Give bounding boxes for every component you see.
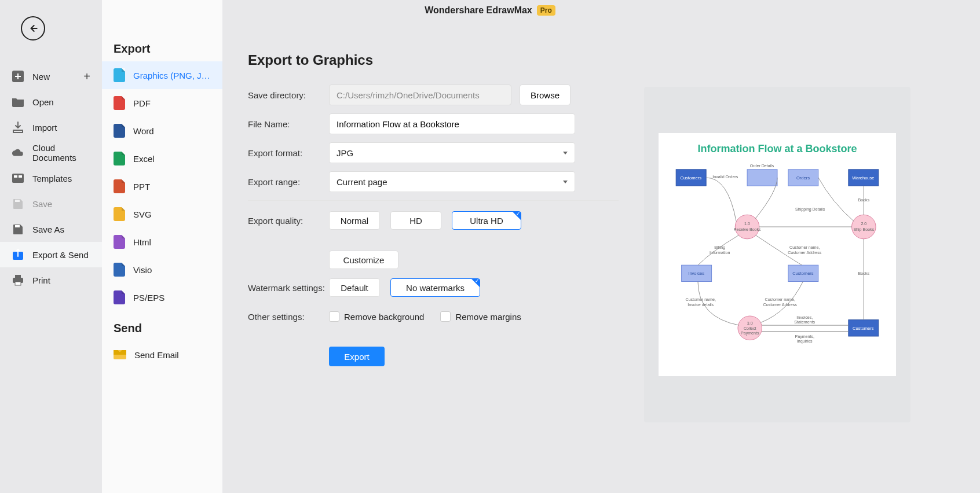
svg-text:Order Details: Order Details xyxy=(750,164,774,168)
divider xyxy=(248,200,619,201)
format-label: SVG xyxy=(133,209,152,219)
svg-text:Orders: Orders xyxy=(796,175,810,181)
export-settings: Export to Graphics Save directory: Brows… xyxy=(248,52,619,366)
export-format-html[interactable]: Html xyxy=(102,228,222,256)
svg-text:3.0: 3.0 xyxy=(747,322,753,326)
nav-print[interactable]: Print xyxy=(0,267,102,293)
format-label: PDF xyxy=(133,98,151,108)
watermark-none[interactable]: No watermarks xyxy=(390,278,480,297)
app-name: Wondershare EdrawMax xyxy=(425,5,532,16)
save-icon xyxy=(12,197,24,210)
export-quality-label: Export quality: xyxy=(248,211,329,226)
browse-button[interactable]: Browse xyxy=(520,84,571,105)
print-icon xyxy=(12,274,24,286)
export-format-pdf[interactable]: PDF xyxy=(102,89,222,117)
svg-text:Shipping Details: Shipping Details xyxy=(795,207,825,212)
preview-diagram: Customers Order Details Orders Warehouse… xyxy=(668,156,887,358)
select-value: JPG xyxy=(337,148,353,158)
svg-rect-5 xyxy=(15,225,20,227)
checkbox-icon xyxy=(329,311,339,322)
export-format-label: Export format: xyxy=(248,148,329,158)
svg-text:Payments,: Payments, xyxy=(795,334,814,339)
file-icon xyxy=(114,179,125,193)
svg-text:Invoice details: Invoice details xyxy=(688,303,714,307)
quality-normal[interactable]: Normal xyxy=(329,211,380,230)
save-as-icon xyxy=(12,223,24,236)
export-range-select[interactable]: Current page xyxy=(329,171,575,192)
svg-text:Invalid Orders: Invalid Orders xyxy=(712,175,738,179)
nav-label: Import xyxy=(32,123,57,133)
page-title: Export to Graphics xyxy=(248,52,619,68)
checkbox-label: Remove background xyxy=(344,312,424,322)
file-icon xyxy=(114,152,125,165)
remove-background-checkbox[interactable]: Remove background xyxy=(329,311,424,322)
save-directory-label: Save directory: xyxy=(248,90,329,100)
nav-save: Save xyxy=(0,191,102,216)
nav-open[interactable]: Open xyxy=(0,89,102,115)
preview-title: Information Flow at a Bookstore xyxy=(668,142,887,156)
svg-rect-8 xyxy=(15,275,21,278)
svg-rect-12 xyxy=(747,170,777,186)
export-format-excel[interactable]: Excel xyxy=(102,145,222,172)
file-name-input[interactable] xyxy=(329,113,575,134)
svg-text:Customer name,: Customer name, xyxy=(789,245,820,250)
svg-rect-9 xyxy=(15,282,21,285)
format-label: Word xyxy=(133,126,154,136)
export-button[interactable]: Export xyxy=(329,347,385,366)
svg-rect-2 xyxy=(14,175,17,178)
send-label: Send Email xyxy=(134,350,179,360)
nav-cloud-documents[interactable]: Cloud Documents xyxy=(0,140,102,165)
svg-text:Customer Address: Customer Address xyxy=(788,251,822,256)
quality-hd[interactable]: HD xyxy=(390,211,441,230)
export-format-word[interactable]: Word xyxy=(102,117,222,145)
export-format-visio[interactable]: Visio xyxy=(102,256,222,284)
nav-export-send[interactable]: Export & Send xyxy=(0,242,102,267)
other-settings-label: Other settings: xyxy=(248,312,329,322)
format-label: Graphics (PNG, JPG et... xyxy=(133,71,211,80)
svg-rect-1 xyxy=(12,174,24,183)
nav-templates[interactable]: Templates xyxy=(0,165,102,191)
svg-text:Invoices: Invoices xyxy=(688,271,704,277)
nav-label: Open xyxy=(32,97,54,107)
send-email[interactable]: Send Email xyxy=(102,341,222,369)
remove-margins-checkbox[interactable]: Remove margins xyxy=(440,311,521,322)
quality-ultra-hd[interactable]: Ultra HD xyxy=(452,211,521,230)
svg-text:Payments: Payments xyxy=(741,332,759,336)
watermark-label: Watermark settings: xyxy=(248,283,329,293)
file-icon xyxy=(114,290,125,304)
preview-document: Information Flow at a Bookstore Customer… xyxy=(659,133,896,376)
nav-save-as[interactable]: Save As xyxy=(0,216,102,242)
svg-text:Collect: Collect xyxy=(744,326,756,331)
watermark-default[interactable]: Default xyxy=(329,278,380,297)
nav-label: Export & Send xyxy=(32,250,89,260)
export-format-ps-eps[interactable]: PS/EPS xyxy=(102,284,222,311)
nav-new[interactable]: New + xyxy=(0,64,102,89)
file-icon xyxy=(114,96,125,110)
svg-rect-3 xyxy=(19,175,22,178)
export-format-ppt[interactable]: PPT xyxy=(102,172,222,200)
quality-customize[interactable]: Customize xyxy=(329,251,398,269)
format-label: PS/EPS xyxy=(133,293,164,303)
export-icon xyxy=(12,248,24,261)
checkbox-label: Remove margins xyxy=(455,312,521,322)
export-format-select[interactable]: JPG xyxy=(329,142,575,163)
add-icon[interactable]: + xyxy=(83,70,90,83)
email-icon xyxy=(114,350,126,359)
chevron-down-icon xyxy=(563,152,568,154)
checkbox-icon xyxy=(440,311,451,322)
nav-import[interactable]: Import xyxy=(0,115,102,140)
export-format-graphics-png-jpg-et-[interactable]: Graphics (PNG, JPG et... xyxy=(102,61,222,89)
file-icon xyxy=(114,207,125,221)
nav-label: New xyxy=(32,72,50,82)
svg-text:Statements: Statements xyxy=(794,321,815,325)
svg-text:Inquiries: Inquiries xyxy=(797,340,813,344)
save-directory-input xyxy=(329,84,511,105)
svg-text:Customers: Customers xyxy=(853,326,874,331)
export-format-svg[interactable]: SVG xyxy=(102,200,222,228)
send-heading: Send xyxy=(102,311,222,341)
back-button[interactable] xyxy=(21,16,45,41)
nav-label: Save xyxy=(32,199,52,209)
preview-panel: Information Flow at a Bookstore Customer… xyxy=(644,87,910,422)
nav-label: Save As xyxy=(32,225,64,234)
svg-text:Invoices,: Invoices, xyxy=(796,315,813,320)
